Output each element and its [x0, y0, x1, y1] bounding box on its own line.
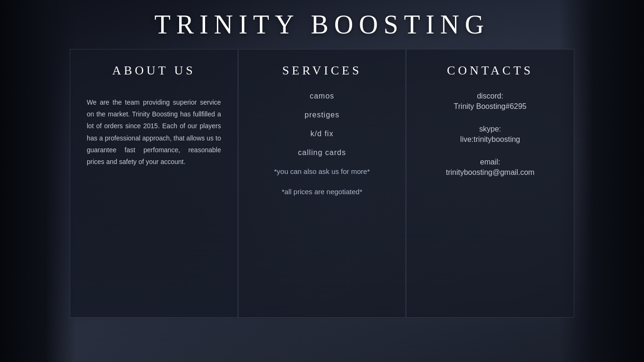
- background: TRINITY BOOSTING ABOUT US We are the tea…: [0, 0, 644, 362]
- main-content: TRINITY BOOSTING ABOUT US We are the tea…: [0, 0, 644, 362]
- contact-email: email: trinityboosting@gmail.com: [423, 158, 557, 177]
- about-body-text: We are the team providing superior servi…: [87, 97, 221, 168]
- service-item-kd-fix: k/d fix: [255, 130, 389, 138]
- service-item-calling-cards: calling cards: [255, 148, 389, 157]
- contacts-panel-title: CONTACTS: [423, 64, 557, 78]
- about-panel: ABOUT US We are the team providing super…: [70, 49, 238, 318]
- service-item-camos: camos: [255, 92, 389, 100]
- skype-label: skype:: [423, 125, 557, 133]
- email-value: trinityboosting@gmail.com: [423, 168, 557, 177]
- skype-value: live:trinityboosting: [423, 135, 557, 144]
- discord-value: Trinity Boosting#6295: [423, 102, 557, 111]
- services-note: *you can also ask us for more*: [255, 167, 389, 175]
- service-item-prestiges: prestiges: [255, 111, 389, 119]
- site-title: TRINITY BOOSTING: [155, 9, 490, 40]
- services-panel: SERVICES camos prestiges k/d fix calling…: [238, 49, 406, 318]
- services-panel-title: SERVICES: [255, 64, 389, 78]
- discord-label: discord:: [423, 92, 557, 100]
- contact-discord: discord: Trinity Boosting#6295: [423, 92, 557, 111]
- panels-container: ABOUT US We are the team providing super…: [70, 49, 574, 318]
- about-panel-title: ABOUT US: [87, 64, 221, 78]
- email-label: email:: [423, 158, 557, 166]
- contacts-panel: CONTACTS discord: Trinity Boosting#6295 …: [406, 49, 574, 318]
- contact-skype: skype: live:trinityboosting: [423, 125, 557, 144]
- services-disclaimer: *all prices are negotiated*: [255, 188, 389, 196]
